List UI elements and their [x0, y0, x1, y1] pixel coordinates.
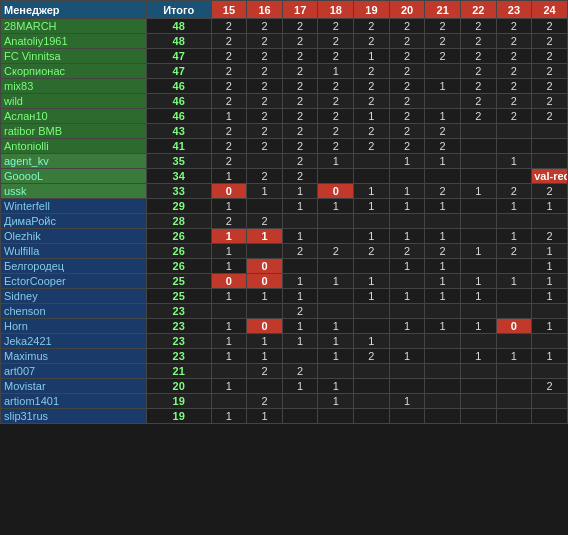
round-value: 1	[282, 289, 318, 304]
round-value: 2	[282, 64, 318, 79]
round-value: 1	[318, 379, 354, 394]
round-value: 2	[460, 109, 496, 124]
round-value: 1	[460, 289, 496, 304]
round-value	[425, 64, 461, 79]
round-value	[318, 229, 354, 244]
manager-name: Скорпионас	[1, 64, 147, 79]
round-value: 1	[211, 379, 247, 394]
round-value: 1	[460, 349, 496, 364]
header-r19: 19	[354, 1, 390, 19]
round-value	[532, 124, 568, 139]
round-value: 2	[496, 49, 532, 64]
table-row: slip31rus1911	[1, 409, 568, 424]
round-value: 2	[211, 19, 247, 34]
round-value: 2	[460, 49, 496, 64]
manager-name: artiom1401	[1, 394, 147, 409]
round-value	[318, 289, 354, 304]
round-value: 1	[389, 349, 425, 364]
round-value: 1	[282, 334, 318, 349]
round-value: 2	[282, 34, 318, 49]
round-value	[496, 409, 532, 424]
round-value: 2	[247, 94, 283, 109]
round-value: 1	[211, 199, 247, 214]
round-value: 2	[532, 49, 568, 64]
round-value: 2	[532, 34, 568, 49]
round-value: 1	[460, 319, 496, 334]
round-value: 2	[318, 109, 354, 124]
header-r18: 18	[318, 1, 354, 19]
round-value: 1	[425, 109, 461, 124]
round-value	[425, 169, 461, 184]
round-value: 2	[532, 229, 568, 244]
round-value	[460, 394, 496, 409]
round-value: 2	[496, 109, 532, 124]
round-value: 1	[425, 289, 461, 304]
manager-name: wild	[1, 94, 147, 109]
round-value: 2	[282, 244, 318, 259]
round-value	[532, 334, 568, 349]
round-value: 2	[354, 19, 390, 34]
round-value: 1	[211, 334, 247, 349]
total-score: 48	[146, 34, 211, 49]
round-value: 1	[532, 259, 568, 274]
total-score: 35	[146, 154, 211, 169]
round-value: 1	[425, 199, 461, 214]
round-value: 2	[354, 139, 390, 154]
total-score: 21	[146, 364, 211, 379]
manager-name: Аслан10	[1, 109, 147, 124]
header-r21: 21	[425, 1, 461, 19]
round-value: 2	[318, 34, 354, 49]
round-value	[532, 394, 568, 409]
round-value	[496, 214, 532, 229]
round-value: 2	[460, 19, 496, 34]
round-value: 1	[318, 319, 354, 334]
round-value: 2	[282, 169, 318, 184]
round-value: 2	[211, 34, 247, 49]
header-total: Итого	[146, 1, 211, 19]
round-value	[496, 304, 532, 319]
round-value	[532, 214, 568, 229]
round-value: 1	[532, 199, 568, 214]
round-value	[354, 394, 390, 409]
round-value: 2	[354, 94, 390, 109]
round-value: 1	[211, 244, 247, 259]
table-row: Maximus2311121111	[1, 349, 568, 364]
round-value: 2	[211, 139, 247, 154]
round-value: 1	[389, 184, 425, 199]
round-value: 1	[354, 199, 390, 214]
table-row: EctorCooper25001111111	[1, 274, 568, 289]
round-value	[354, 364, 390, 379]
round-value: 1	[211, 409, 247, 424]
header-r17: 17	[282, 1, 318, 19]
round-value	[460, 409, 496, 424]
header-r24: 24	[532, 1, 568, 19]
total-score: 20	[146, 379, 211, 394]
total-score: 19	[146, 409, 211, 424]
round-value: 1	[318, 334, 354, 349]
round-value: 1	[211, 169, 247, 184]
table-row: FC Vinnitsa472222122222	[1, 49, 568, 64]
round-value: 1	[247, 334, 283, 349]
round-value	[389, 409, 425, 424]
round-value	[425, 379, 461, 394]
round-value: 0	[247, 319, 283, 334]
round-value: 2	[389, 124, 425, 139]
round-value	[496, 139, 532, 154]
round-value: 1	[318, 199, 354, 214]
round-value: 2	[532, 94, 568, 109]
round-value: 1	[247, 409, 283, 424]
round-value	[496, 124, 532, 139]
round-value: 2	[247, 394, 283, 409]
manager-name: Winterfell	[1, 199, 147, 214]
round-value	[425, 409, 461, 424]
round-value: 1	[389, 199, 425, 214]
header-manager: Менеджер	[1, 1, 147, 19]
round-value	[460, 364, 496, 379]
total-score: 43	[146, 124, 211, 139]
header-r23: 23	[496, 1, 532, 19]
round-value: 1	[318, 154, 354, 169]
round-value	[532, 409, 568, 424]
round-value	[460, 229, 496, 244]
scoreboard-table: Менеджер Итого 15 16 17 18 19 20 21 22 2…	[0, 0, 568, 424]
round-value: 1	[282, 184, 318, 199]
